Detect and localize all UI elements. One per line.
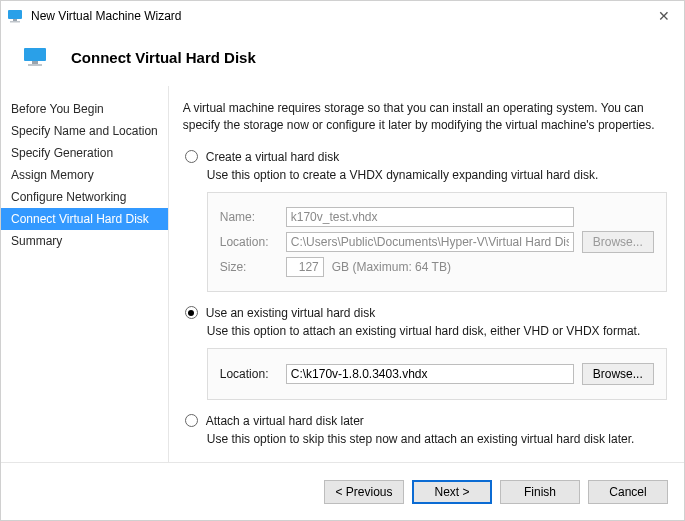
- create-size-label: Size:: [220, 260, 278, 274]
- option-use-existing-vhd[interactable]: Use an existing virtual hard disk: [183, 306, 667, 320]
- option-create-vhd[interactable]: Create a virtual hard disk: [183, 150, 667, 164]
- content-pane: A virtual machine requires storage so th…: [169, 86, 685, 486]
- radio-use-existing-vhd[interactable]: [185, 306, 198, 319]
- page-title: Connect Virtual Hard Disk: [71, 49, 256, 66]
- group-use-existing-vhd: Location: Browse...: [207, 348, 667, 400]
- option-attach-later[interactable]: Attach a virtual hard disk later: [183, 414, 667, 428]
- option-create-vhd-desc: Use this option to create a VHDX dynamic…: [207, 168, 667, 182]
- sidebar-item-connect-vhd[interactable]: Connect Virtual Hard Disk: [1, 208, 168, 230]
- existing-browse-button[interactable]: Browse...: [582, 363, 654, 385]
- existing-location-label: Location:: [220, 367, 278, 381]
- option-use-existing-vhd-desc: Use this option to attach an existing vi…: [207, 324, 667, 338]
- finish-button[interactable]: Finish: [500, 480, 580, 504]
- sidebar-item-before-you-begin[interactable]: Before You Begin: [1, 98, 168, 120]
- create-browse-button: Browse...: [582, 231, 654, 253]
- create-name-input: [286, 207, 574, 227]
- svg-rect-2: [10, 21, 20, 23]
- create-size-suffix: GB (Maximum: 64 TB): [332, 260, 451, 274]
- create-size-input: [286, 257, 324, 277]
- previous-button[interactable]: < Previous: [324, 480, 404, 504]
- window-title: New Virtual Machine Wizard: [31, 9, 650, 23]
- option-attach-later-desc: Use this option to skip this step now an…: [207, 432, 667, 446]
- sidebar-item-specify-name-location[interactable]: Specify Name and Location: [1, 120, 168, 142]
- cancel-button[interactable]: Cancel: [588, 480, 668, 504]
- create-name-label: Name:: [220, 210, 278, 224]
- sidebar-item-summary[interactable]: Summary: [1, 230, 168, 252]
- existing-location-input[interactable]: [286, 364, 574, 384]
- svg-rect-0: [8, 10, 22, 19]
- sidebar-item-assign-memory[interactable]: Assign Memory: [1, 164, 168, 186]
- svg-rect-4: [32, 61, 38, 64]
- close-icon[interactable]: ✕: [650, 8, 678, 24]
- option-use-existing-vhd-label: Use an existing virtual hard disk: [206, 306, 375, 320]
- option-attach-later-label: Attach a virtual hard disk later: [206, 414, 364, 428]
- group-create-vhd: Name: Location: Browse... Size: GB (Maxi…: [207, 192, 667, 292]
- sidebar-item-configure-networking[interactable]: Configure Networking: [1, 186, 168, 208]
- app-icon: [7, 9, 25, 23]
- wizard-footer: < Previous Next > Finish Cancel: [1, 462, 684, 520]
- wizard-steps-sidebar: Before You Begin Specify Name and Locati…: [1, 86, 169, 486]
- svg-rect-1: [13, 19, 17, 21]
- svg-rect-3: [24, 48, 46, 61]
- next-button[interactable]: Next >: [412, 480, 492, 504]
- header-icon: [23, 47, 49, 67]
- intro-text: A virtual machine requires storage so th…: [183, 100, 667, 134]
- sidebar-item-specify-generation[interactable]: Specify Generation: [1, 142, 168, 164]
- svg-rect-5: [28, 64, 42, 66]
- create-location-label: Location:: [220, 235, 278, 249]
- create-location-input: [286, 232, 574, 252]
- titlebar: New Virtual Machine Wizard ✕: [1, 1, 684, 31]
- option-create-vhd-label: Create a virtual hard disk: [206, 150, 339, 164]
- radio-attach-later[interactable]: [185, 414, 198, 427]
- radio-create-vhd[interactable]: [185, 150, 198, 163]
- wizard-header: Connect Virtual Hard Disk: [1, 31, 684, 86]
